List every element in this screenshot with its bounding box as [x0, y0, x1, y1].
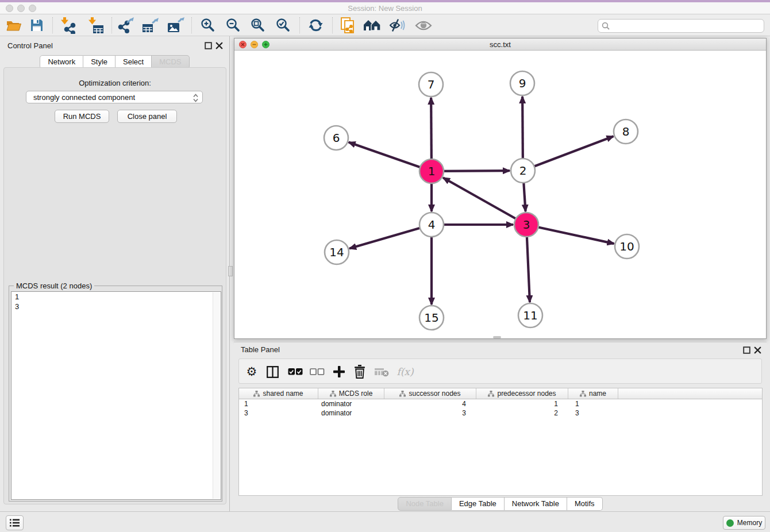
table-cell[interactable]: dominator: [318, 399, 384, 408]
table-cell[interactable]: 1: [239, 399, 318, 408]
delete-row-button[interactable]: [353, 363, 367, 380]
table-settings-button[interactable]: ⚙: [245, 363, 259, 380]
result-item: 1: [11, 292, 221, 302]
zoom-out-button[interactable]: [222, 16, 244, 35]
close-panel-button[interactable]: Close panel: [117, 110, 177, 123]
save-icon: [30, 18, 44, 32]
column-header-MCDS-role[interactable]: MCDS role: [318, 388, 384, 399]
float-table-panel-icon[interactable]: [743, 346, 750, 353]
column-header-shared-name[interactable]: shared name: [239, 388, 318, 399]
graph-node-label: 10: [619, 240, 634, 253]
hierarchy-icon: [399, 391, 406, 397]
network-window-title: scc.txt: [234, 40, 766, 49]
show-columns-button[interactable]: [265, 363, 280, 380]
tab-network-table[interactable]: Network Table: [505, 497, 567, 511]
export-network-button[interactable]: [115, 16, 137, 35]
tab-motifs[interactable]: Motifs: [567, 497, 603, 511]
control-panel-title: Control Panel: [7, 41, 53, 50]
zoom-fit-button[interactable]: [247, 16, 269, 35]
list-icon: [9, 518, 20, 527]
apply-layout-button[interactable]: [305, 16, 326, 35]
search-field[interactable]: [598, 19, 764, 33]
select-all-rows-button[interactable]: [287, 363, 303, 380]
hide-eye-button[interactable]: [387, 16, 409, 35]
tab-node-table[interactable]: Node Table: [398, 497, 452, 511]
table-row[interactable]: 3dominator323: [239, 408, 762, 418]
export-table-icon: [142, 17, 159, 33]
graph-node-label: 4: [428, 218, 436, 232]
graph-node-label: 7: [428, 78, 435, 91]
column-header-name[interactable]: name: [568, 388, 618, 399]
network-window: scc.txt 7968124314101511: [234, 38, 767, 339]
add-row-button[interactable]: [332, 363, 346, 380]
new-network-from-selection-icon: [340, 17, 356, 34]
table-cell[interactable]: 3: [239, 408, 318, 418]
table-cell[interactable]: dominator: [318, 408, 384, 418]
table-cell[interactable]: 3: [568, 408, 618, 418]
canvas-scroll-nub[interactable]: [493, 336, 501, 338]
memory-button[interactable]: Memory: [723, 516, 765, 530]
table-cell[interactable]: 3: [384, 408, 476, 418]
table-cell[interactable]: 1: [476, 399, 568, 408]
eye-slash-icon: [390, 18, 406, 32]
tab-edge-table[interactable]: Edge Table: [452, 497, 505, 511]
search-input[interactable]: [612, 22, 764, 30]
toolbar-separator: [52, 17, 53, 33]
close-panel-icon[interactable]: [215, 41, 223, 49]
table-toolbar: ⚙: [238, 358, 762, 384]
import-network-icon: [59, 17, 76, 34]
export-table-button[interactable]: [140, 16, 161, 35]
function-builder-button[interactable]: f(x): [395, 363, 415, 380]
panel-splitter-handle[interactable]: [228, 266, 233, 276]
control-panel: Control Panel Network Style Select MCDS …: [0, 36, 230, 511]
column-header-successor-nodes[interactable]: successor nodes: [384, 388, 476, 399]
column-header-predecessor-nodes[interactable]: predecessor nodes: [476, 388, 568, 399]
toolbar-separator: [332, 17, 333, 33]
refresh-icon: [308, 18, 324, 33]
network-canvas[interactable]: 7968124314101511: [234, 51, 766, 338]
graph-edge-2-8[interactable]: [523, 136, 613, 171]
result-item: 3: [11, 302, 221, 311]
mcds-panel: Optimization criterion: strongly connect…: [3, 67, 226, 504]
float-panel-icon[interactable]: [205, 41, 212, 49]
table-row[interactable]: 1dominator411: [239, 399, 762, 408]
table-tabs: Node Table Edge Table Network Table Moti…: [234, 497, 767, 511]
table-body: 1dominator4113dominator323: [239, 399, 762, 418]
toolbar-separator: [299, 17, 300, 33]
graph-edge-3-1[interactable]: [443, 178, 526, 225]
columns-icon: [267, 366, 279, 378]
mcds-result-list[interactable]: 1 3: [11, 291, 221, 500]
network-window-titlebar[interactable]: scc.txt: [234, 38, 766, 51]
close-table-panel-icon[interactable]: [754, 346, 761, 353]
open-session-button[interactable]: [3, 16, 25, 35]
graph-edge-1-6[interactable]: [349, 142, 432, 171]
table-cell[interactable]: 4: [384, 399, 476, 408]
destroy-table-button[interactable]: [374, 363, 390, 380]
node-table-grid: shared nameMCDS rolesuccessor nodesprede…: [238, 388, 763, 496]
houses-button[interactable]: [361, 16, 383, 35]
criterion-value: strongly connected component: [33, 93, 135, 102]
graph-node-label: 8: [622, 125, 630, 138]
import-table-button[interactable]: [84, 16, 106, 35]
table-header-row: shared nameMCDS rolesuccessor nodesprede…: [239, 388, 762, 399]
run-mcds-button[interactable]: Run MCDS: [55, 110, 109, 123]
criterion-select[interactable]: strongly connected component: [26, 91, 203, 103]
table-cell[interactable]: 1: [568, 399, 618, 408]
zoom-out-icon: [226, 18, 241, 33]
save-session-button[interactable]: [26, 16, 48, 35]
zoom-selected-button[interactable]: [272, 16, 294, 35]
graph-node-label: 3: [523, 218, 530, 232]
show-eye-button[interactable]: [413, 16, 434, 35]
export-image-button[interactable]: [165, 16, 187, 35]
new-network-from-selection-button[interactable]: [337, 16, 359, 35]
graph-edge-4-14[interactable]: [349, 225, 432, 249]
deselect-all-rows-button[interactable]: [309, 363, 325, 380]
export-image-icon: [167, 17, 184, 33]
graph-edge-3-10[interactable]: [526, 225, 614, 244]
table-cell[interactable]: 2: [476, 408, 568, 418]
import-network-button[interactable]: [57, 16, 79, 35]
zoom-in-button[interactable]: [197, 16, 219, 35]
search-icon: [602, 22, 610, 30]
task-history-button[interactable]: [6, 515, 24, 530]
result-scrollbar[interactable]: [213, 292, 220, 499]
